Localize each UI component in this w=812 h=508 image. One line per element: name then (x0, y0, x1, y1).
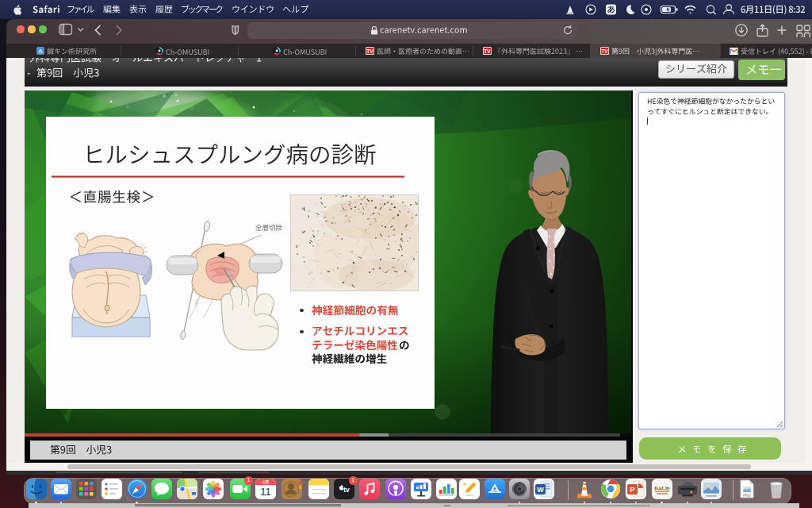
svg-text:tv: tv (343, 485, 350, 493)
svg-text:TV: TV (366, 48, 373, 54)
svg-text:P: P (630, 486, 634, 494)
svg-text:“: “ (463, 481, 467, 489)
svg-text:PNG: PNG (743, 493, 751, 497)
svg-text:A: A (38, 48, 43, 55)
svg-text:TV: TV (484, 48, 491, 54)
svg-text:KaLib: KaLib (654, 485, 670, 491)
svg-text:11: 11 (260, 486, 271, 498)
svg-text:TV: TV (601, 48, 608, 54)
svg-text:W: W (537, 486, 544, 494)
